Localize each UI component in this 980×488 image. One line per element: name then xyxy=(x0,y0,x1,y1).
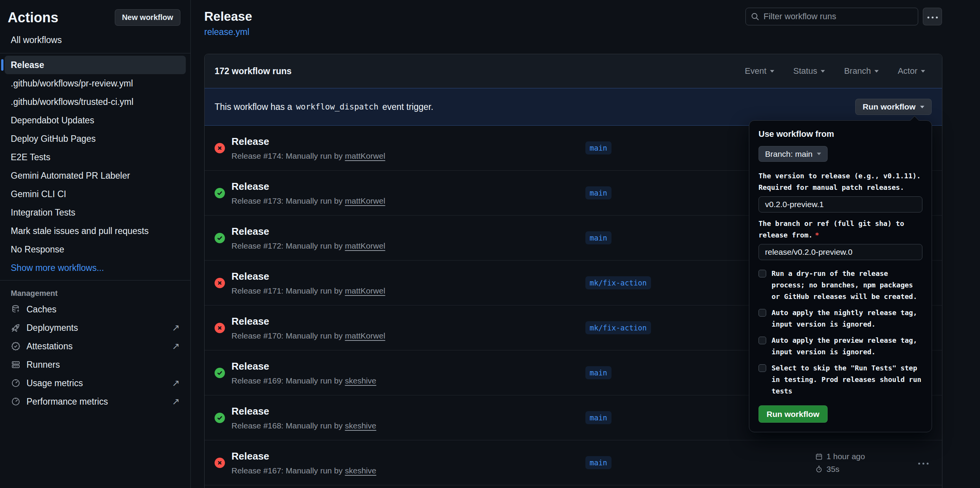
sidebar-item-github-workflows-pr-review-yml[interactable]: .github/workflows/pr-review.yml xyxy=(5,74,186,93)
filter-status[interactable]: Status xyxy=(793,66,825,76)
sidebar-item-runners[interactable]: Runners ↗ xyxy=(8,355,183,374)
run-title-link[interactable]: Release xyxy=(231,136,385,148)
sidebar-item-mark-stale-issues-and-pull-requests[interactable]: Mark stale issues and pull requests xyxy=(5,222,186,240)
sidebar-item-dependabot-updates[interactable]: Dependabot Updates xyxy=(5,111,186,129)
sidebar-item-integration-tests[interactable]: Integration Tests xyxy=(5,203,186,222)
branch-select-button[interactable]: Branch: main xyxy=(759,146,828,162)
sidebar-item-release[interactable]: Release xyxy=(5,56,186,74)
run-workflow-dropdown-button[interactable]: Run workflow xyxy=(855,99,932,115)
external-link-arrow-icon: ↗ xyxy=(172,323,180,332)
actor-link[interactable]: mattKorwel xyxy=(345,286,385,295)
success-check-icon xyxy=(215,188,225,198)
branch-badge[interactable]: main xyxy=(585,456,611,469)
workflow-file-link[interactable]: release.yml xyxy=(204,27,250,37)
management-label: Performance metrics xyxy=(26,397,108,407)
external-link-arrow-icon: ↗ xyxy=(172,342,180,351)
run-description: Release #167: Manually run byskeshive xyxy=(231,466,376,475)
actor-link[interactable]: skeshive xyxy=(345,466,377,475)
run-description: Release #170: Manually run bymattKorwel xyxy=(231,331,385,340)
run-meta: 1 hour ago 35s xyxy=(815,452,865,474)
sidebar-item-caches[interactable]: Caches ↗ xyxy=(8,300,183,319)
rocket-icon xyxy=(11,323,21,333)
sidebar-title: Actions xyxy=(8,10,58,26)
branch-badge[interactable]: main xyxy=(585,186,611,199)
actor-link[interactable]: skeshive xyxy=(345,376,377,385)
sidebar-item-usage-metrics[interactable]: Usage metrics ↗ xyxy=(8,374,183,392)
ref-input[interactable] xyxy=(759,244,922,260)
actor-link[interactable]: mattKorwel xyxy=(345,196,385,205)
sidebar-divider xyxy=(0,53,190,53)
version-help-text: The version to release (e.g., v0.1.11). … xyxy=(759,170,922,193)
checkbox[interactable] xyxy=(759,270,766,277)
sidebar-item-deployments[interactable]: Deployments ↗ xyxy=(8,319,183,337)
actor-link[interactable]: mattKorwel xyxy=(345,151,385,160)
sidebar-item-all-workflows[interactable]: All workflows xyxy=(0,31,190,53)
failure-x-icon xyxy=(215,323,225,333)
filter-workflow-runs-input[interactable] xyxy=(745,8,918,25)
banner-text: event trigger. xyxy=(382,102,433,112)
filter-actor[interactable]: Actor xyxy=(898,66,925,76)
checkbox[interactable] xyxy=(759,309,766,317)
sidebar-item-github-workflows-trusted-ci-yml[interactable]: .github/workflows/trusted-ci.yml xyxy=(5,93,186,111)
workflow-label: Dependabot Updates xyxy=(11,115,94,125)
run-title-link[interactable]: Release xyxy=(231,315,385,327)
sidebar-item-gemini-automated-pr-labeler[interactable]: Gemini Automated PR Labeler xyxy=(5,166,186,185)
workflow-run-row: Release Release #167: Manually run byske… xyxy=(205,440,942,485)
chevron-down-icon xyxy=(874,70,879,73)
run-title-link[interactable]: Release xyxy=(231,271,385,282)
run-title-link[interactable]: Release xyxy=(231,226,385,237)
run-title-link[interactable]: Release xyxy=(231,360,376,372)
sidebar-item-show-more-workflows[interactable]: Show more workflows... xyxy=(5,259,186,277)
workflow-label: Integration Tests xyxy=(11,207,75,217)
success-check-icon xyxy=(215,233,225,243)
checkbox-label: Select to skip the "Run Tests" step in t… xyxy=(772,362,922,397)
branch-badge[interactable]: main xyxy=(585,366,611,379)
workflow-label: Gemini Automated PR Labeler xyxy=(11,171,130,181)
run-title-link[interactable]: Release xyxy=(231,181,385,193)
dialog-checkbox-row: Auto apply the nightly release tag, inpu… xyxy=(759,307,922,330)
run-title-link[interactable]: Release xyxy=(231,450,376,462)
runs-count: 172 workflow runs xyxy=(215,66,292,76)
runs-list-header: 172 workflow runs Event Status Branch Ac… xyxy=(205,54,942,88)
sidebar-item-e2e-tests[interactable]: E2E Tests xyxy=(5,148,186,166)
checkbox-label: Run a dry-run of the release process; no… xyxy=(772,268,922,302)
workflow-label: Mark stale issues and pull requests xyxy=(11,226,149,236)
page-title: Release xyxy=(204,9,252,24)
sidebar-item-performance-metrics[interactable]: Performance metrics ↗ xyxy=(8,392,183,411)
ref-help-text: The branch or ref (full git sha) to rele… xyxy=(759,218,922,241)
branch-badge[interactable]: main xyxy=(585,231,611,244)
dialog-checkboxes: Run a dry-run of the release process; no… xyxy=(759,268,922,397)
success-check-icon xyxy=(215,413,225,423)
actor-link[interactable]: mattKorwel xyxy=(345,331,385,340)
run-description: Release #172: Manually run bymattKorwel xyxy=(231,241,385,251)
workflow-options-kebab-button[interactable] xyxy=(923,8,942,25)
new-workflow-button[interactable]: New workflow xyxy=(115,9,180,26)
workflow-label: Gemini CLI CI xyxy=(11,189,66,199)
sidebar-item-no-response[interactable]: No Response xyxy=(5,240,186,259)
run-title-link[interactable]: Release xyxy=(231,405,376,417)
chevron-down-icon xyxy=(817,153,821,155)
filter-event[interactable]: Event xyxy=(745,66,774,76)
run-workflow-submit-button[interactable]: Run workflow xyxy=(759,405,828,423)
run-duration: 35s xyxy=(826,465,840,474)
sidebar-item-gemini-cli-ci[interactable]: Gemini CLI CI xyxy=(5,185,186,203)
checkbox[interactable] xyxy=(759,364,766,372)
sidebar-item-deploy-github-pages[interactable]: Deploy GitHub Pages xyxy=(5,129,186,148)
kebab-icon xyxy=(926,13,939,20)
actor-link[interactable]: mattKorwel xyxy=(345,241,385,250)
management-label: Usage metrics xyxy=(26,378,83,388)
sidebar-item-attestations[interactable]: Attestations ↗ xyxy=(8,337,183,355)
version-input[interactable] xyxy=(759,196,922,212)
filter-branch[interactable]: Branch xyxy=(844,66,879,76)
branch-badge[interactable]: main xyxy=(585,411,611,424)
branch-badge[interactable]: mk/fix-action xyxy=(585,321,651,334)
run-options-kebab-button[interactable] xyxy=(917,459,930,466)
actor-link[interactable]: skeshive xyxy=(345,421,377,430)
checkbox[interactable] xyxy=(759,337,766,344)
workflow-label: Deploy GitHub Pages xyxy=(11,134,96,144)
failure-x-icon xyxy=(215,143,225,153)
chevron-down-icon xyxy=(821,70,825,73)
branch-badge[interactable]: mk/fix-action xyxy=(585,276,651,289)
branch-badge[interactable]: main xyxy=(585,141,611,154)
verified-icon xyxy=(11,341,21,351)
